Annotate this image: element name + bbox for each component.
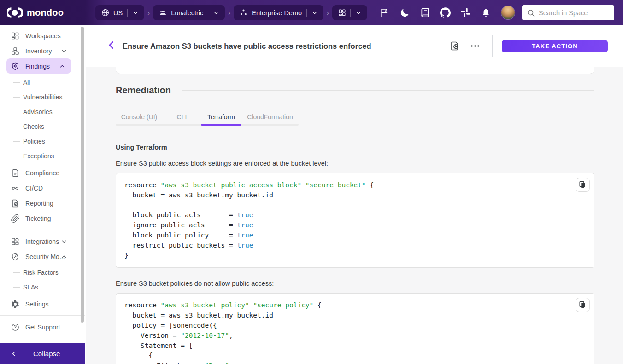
tab-console-ui-[interactable]: Console (UI) [116, 108, 163, 126]
sidebar-item-findings[interactable]: Findings [6, 58, 71, 74]
github-button[interactable] [440, 7, 451, 18]
tab-terraform[interactable]: Terraform [201, 108, 241, 126]
people-icon [159, 8, 167, 17]
space-selector[interactable]: Enterprise Demo [234, 5, 323, 20]
sidebar-item-label: All [23, 79, 30, 86]
chevron-left-icon [10, 350, 18, 358]
scrollbar-thumb[interactable] [81, 27, 84, 323]
sidebar-item-integrations[interactable]: Integrations [0, 234, 85, 249]
take-action-button[interactable]: TAKE ACTION [502, 40, 608, 52]
mondoo-logo[interactable]: mondoo [0, 7, 85, 18]
search-input[interactable] [539, 9, 610, 17]
breadcrumb-separator: › [325, 9, 330, 17]
org-selector[interactable]: Lunalectric [153, 5, 225, 20]
sidebar-subgroup: AllVulnerabilitiesAdvisoriesChecksPolici… [0, 74, 85, 165]
sidebar-item-slas[interactable]: SLAs [0, 280, 85, 295]
moon-icon [400, 7, 410, 18]
sidebar-item-ticketing[interactable]: Ticketing [0, 211, 85, 226]
tab-cli[interactable]: CLI [163, 108, 201, 126]
sidebar-item-risk-factors[interactable]: Risk Factors [0, 265, 85, 280]
sidebar-item-security-mo-[interactable]: Security Mo... [0, 249, 85, 264]
sidebar-item-get-support[interactable]: Get Support [0, 319, 85, 335]
search-box[interactable] [522, 5, 614, 20]
sidebar-item-advisories[interactable]: Advisories [0, 104, 85, 119]
workspaces-icon [11, 31, 20, 40]
app-root: mondoo US›Lunalectric›Enterprise Demo› W… [0, 0, 623, 364]
code-line: Effect = "Deny", [124, 361, 586, 364]
back-button[interactable] [106, 40, 119, 52]
chevron-up-icon [61, 254, 67, 260]
chevron-down-icon[interactable] [309, 7, 321, 19]
chevron-down-icon [61, 238, 67, 245]
code-line: } [124, 251, 586, 261]
sidebar-subgroup: Risk FactorsSLAs [0, 264, 85, 296]
sidebar-item-policies[interactable]: Policies [0, 134, 85, 149]
subheading: Using Terraform [116, 144, 594, 151]
code-line: block_public_policy = true [124, 231, 586, 241]
sidebar-item-compliance[interactable]: Compliance [0, 165, 85, 180]
findings-icon [11, 62, 20, 71]
sidebar-item-ci-cd[interactable]: CI/CD [0, 180, 85, 196]
report-button[interactable] [448, 39, 462, 53]
sidebar-item-label: Vulnerabilities [23, 94, 62, 101]
code-line: bucket = aws_s3_bucket.my_bucket.id [124, 311, 586, 321]
sidebar-item-vulnerabilities[interactable]: Vulnerabilities [0, 90, 85, 104]
avatar[interactable] [501, 6, 515, 19]
theme-toggle-button[interactable] [400, 7, 410, 18]
integrations-icon [11, 237, 20, 246]
sidebar-item-all[interactable]: All [0, 75, 85, 90]
sidebar-item-label: Exceptions [23, 153, 54, 160]
instruction-paragraph-2: Ensure S3 bucket policies do not allow p… [116, 280, 594, 287]
reporting-icon [11, 199, 20, 208]
security-model-icon [11, 252, 20, 261]
code-line: block_public_acls = true [124, 210, 586, 220]
sidebar-item-settings[interactable]: Settings [0, 296, 85, 312]
page-header: Ensure Amazon S3 buckets have public acc… [86, 25, 623, 67]
sidebar-item-label: Risk Factors [23, 269, 59, 276]
chevron-down-icon[interactable] [210, 7, 222, 19]
terraform-code-1: resource "aws_s3_bucket_public_access_bl… [124, 180, 586, 260]
sidebar-item-label: Findings [25, 63, 50, 70]
feature-flags-button[interactable] [379, 7, 390, 18]
tab-cloudformation[interactable]: CloudFormation [241, 108, 299, 126]
collapse-button[interactable]: Collapse [0, 343, 85, 364]
cluster-icon [239, 8, 248, 17]
sidebar-item-exceptions[interactable]: Exceptions [0, 149, 85, 163]
sidebar-scrollbar[interactable] [81, 25, 84, 364]
sidebar-item-label: Reporting [25, 200, 53, 207]
more-options-button[interactable] [468, 39, 482, 53]
sidebar-item-checks[interactable]: Checks [0, 119, 85, 134]
terraform-code-2: resource "aws_s3_bucket_policy" "secure_… [124, 300, 586, 364]
chevron-down-icon[interactable] [353, 7, 364, 19]
top-navbar: mondoo US›Lunalectric›Enterprise Demo› [0, 0, 623, 25]
docs-button[interactable] [420, 7, 430, 18]
notifications-button[interactable] [481, 7, 491, 18]
breadcrumb-separator: › [146, 9, 151, 17]
support-icon [11, 323, 20, 332]
code-line: ignore_public_acls = true [124, 220, 586, 231]
settings-icon [11, 300, 20, 309]
cicd-icon [11, 184, 20, 193]
code-line: Version = "2012-10-17", [124, 331, 586, 341]
sidebar-item-label: Checks [23, 123, 44, 130]
remediation-content: Remediation Console (UI)CLITerraformClou… [86, 67, 623, 364]
copy-button[interactable] [576, 178, 590, 192]
breadcrumb: US›Lunalectric›Enterprise Demo› [95, 5, 367, 20]
code-block-2: resource "aws_s3_bucket_policy" "secure_… [116, 293, 594, 364]
mondoo-logo-text: mondoo [27, 7, 64, 18]
breadcrumb-separator: › [227, 9, 232, 17]
workspace-selector[interactable] [332, 5, 367, 20]
chevron-down-icon[interactable] [129, 7, 141, 19]
sidebar-item-inventory[interactable]: Inventory [0, 43, 85, 58]
sidebar-item-reporting[interactable]: Reporting [0, 196, 85, 211]
sidebar-item-label: Security Mo... [25, 253, 65, 260]
slack-button[interactable] [460, 7, 471, 18]
region-selector[interactable]: US [95, 5, 144, 20]
chevron-left-icon [106, 40, 117, 51]
page-title: Ensure Amazon S3 buckets have public acc… [123, 42, 448, 51]
code-line: policy = jsonencode({ [124, 321, 586, 331]
sidebar-item-label: Workspaces [25, 32, 61, 40]
sidebar-item-workspaces[interactable]: Workspaces [0, 28, 85, 43]
copy-button[interactable] [576, 298, 590, 312]
code-line [124, 201, 586, 211]
